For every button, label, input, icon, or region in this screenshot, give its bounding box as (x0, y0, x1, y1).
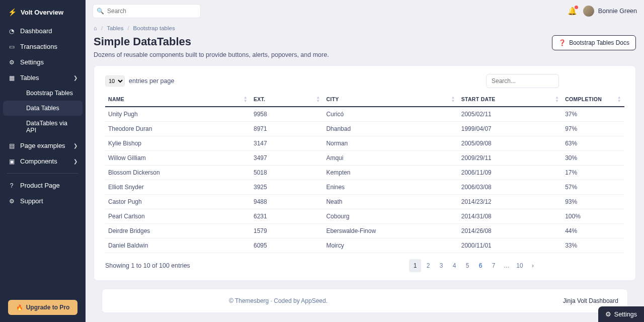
cell-city: Curicó (323, 107, 458, 122)
chevron-right-icon: ❯ (73, 158, 77, 164)
sort-icon: ▲▼ (451, 96, 455, 103)
search-icon: 🔍 (93, 8, 107, 15)
cell-start: 2006/03/08 (458, 180, 562, 195)
sidebar-subitem-bootstrap-tables[interactable]: Bootstrap Tables (3, 86, 83, 101)
search-input[interactable] (107, 5, 200, 18)
upgrade-button[interactable]: 🔥 Upgrade to Pro (8, 300, 77, 315)
footer-right[interactable]: Jinja Volt Dashboard (563, 297, 618, 304)
chevron-right-icon: ❯ (73, 143, 77, 148)
nav-label: Components (20, 157, 57, 165)
sidebar-item-page-examples[interactable]: ▤Page examples❯ (0, 138, 86, 153)
page-3[interactable]: 3 (435, 259, 447, 272)
entries-label: entries per page (129, 77, 174, 85)
page-5[interactable]: 5 (461, 259, 473, 272)
cell-city: Neath (323, 195, 458, 209)
cell-name: Elliott Snyder (105, 180, 251, 195)
cell-start: 2005/09/08 (458, 136, 562, 151)
table-row: Unity Pugh9958Curicó2005/02/1137% (105, 107, 624, 122)
cell-comp: 44% (562, 224, 624, 238)
cell-ext: 1579 (251, 224, 323, 238)
sidebar: ⚡ Volt Overview ◔Dashboard▭Transactions⚙… (0, 0, 86, 322)
cell-city: Enines (323, 180, 458, 195)
sidebar-item-settings[interactable]: ⚙Settings (0, 54, 86, 70)
col-name[interactable]: NAME▲▼ (105, 92, 251, 107)
cell-name: Deirdre Bridges (105, 224, 251, 238)
cell-name: Castor Pugh (105, 195, 251, 209)
cell-start: 2005/02/11 (458, 107, 562, 122)
cell-name: Blossom Dickerson (105, 166, 251, 180)
nav-label: Tables (20, 74, 39, 82)
breadcrumb-home[interactable]: ⌂ (94, 25, 97, 31)
col-city[interactable]: CITY▲▼ (323, 92, 458, 107)
entries-per-page: 10 entries per page (105, 75, 174, 87)
cell-start: 1999/04/07 (458, 122, 562, 136)
sort-icon: ▲▼ (316, 96, 320, 103)
nav-icon: ⚙ (8, 198, 15, 205)
cell-city: Kempten (323, 166, 458, 180)
cell-ext: 3497 (251, 151, 323, 166)
home-icon: ⌂ (94, 25, 97, 31)
table-row: Willow Gilliam3497Amqui2009/29/1130% (105, 151, 624, 166)
sidebar-item-transactions[interactable]: ▭Transactions (0, 39, 86, 54)
cell-city: Norman (323, 136, 458, 151)
sort-icon: ▲▼ (555, 96, 559, 103)
cell-ext: 8971 (251, 122, 323, 136)
user-menu[interactable]: Bonnie Green (583, 6, 637, 17)
page-7[interactable]: 7 (488, 259, 500, 272)
page-6[interactable]: 6 (474, 259, 487, 272)
page-›[interactable]: › (527, 259, 539, 272)
cell-ext: 5018 (251, 166, 323, 180)
avatar (583, 6, 594, 17)
nav-label: Dashboard (20, 27, 52, 35)
notifications-button[interactable]: 🔔 (568, 7, 577, 16)
docs-button[interactable]: ❓ Bootstrap Tables Docs (552, 35, 636, 50)
nav-icon: ⚙ (8, 59, 15, 66)
cell-comp: 30% (562, 151, 624, 166)
sidebar-separator (7, 173, 78, 174)
sidebar-item-tables[interactable]: ▦Tables❯ (0, 70, 86, 86)
nav-icon: ▤ (8, 142, 15, 149)
sidebar-item-product-page[interactable]: ?Product Page (0, 178, 86, 193)
page-4[interactable]: 4 (448, 259, 460, 272)
cell-city: Eberswalde-Finow (323, 224, 458, 238)
nav-label: Settings (20, 58, 44, 66)
sidebar-subitem-datatables-via-api[interactable]: DataTables via API (3, 116, 83, 138)
data-table: NAME▲▼EXT.▲▼CITY▲▼START DATE▲▼COMPLETION… (105, 92, 624, 253)
fire-icon: 🔥 (16, 304, 23, 311)
breadcrumb-mid[interactable]: Tables (107, 25, 123, 31)
entries-select[interactable]: 10 (105, 75, 125, 87)
sidebar-item-components[interactable]: ▣Components❯ (0, 153, 86, 169)
sidebar-subitem-data-tables[interactable]: Data Tables (3, 101, 83, 116)
sort-icon: ▲▼ (617, 96, 621, 103)
cell-comp: 97% (562, 122, 624, 136)
page-subtitle: Dozens of reusable components built to p… (94, 51, 329, 58)
cell-name: Willow Gilliam (105, 151, 251, 166)
bolt-icon: ⚡ (8, 8, 17, 16)
brand[interactable]: ⚡ Volt Overview (0, 6, 86, 23)
table-search-input[interactable] (486, 74, 559, 88)
cell-comp: 33% (562, 238, 624, 253)
cell-name: Daniel Baldwin (105, 238, 251, 253)
cell-name: Pearl Carlson (105, 209, 251, 224)
cell-ext: 6095 (251, 238, 323, 253)
col-start-date[interactable]: START DATE▲▼ (458, 92, 562, 107)
page-1[interactable]: 1 (409, 259, 421, 272)
page-…[interactable]: … (501, 259, 513, 272)
page-10[interactable]: 10 (514, 259, 526, 272)
settings-fab-label: Settings (614, 311, 637, 318)
breadcrumb-last: Bootstrap tables (133, 25, 175, 31)
cell-start: 2009/29/11 (458, 151, 562, 166)
settings-fab[interactable]: ⚙ Settings (598, 306, 644, 322)
table-row: Elliott Snyder3925Enines2006/03/0857% (105, 180, 624, 195)
cell-city: Cobourg (323, 209, 458, 224)
table-row: Deirdre Bridges1579Eberswalde-Finow2014/… (105, 224, 624, 238)
page-2[interactable]: 2 (422, 259, 434, 272)
cell-start: 2006/11/09 (458, 166, 562, 180)
sidebar-item-dashboard[interactable]: ◔Dashboard (0, 23, 86, 39)
col-ext-[interactable]: EXT.▲▼ (251, 92, 323, 107)
global-search[interactable]: 🔍 (93, 4, 201, 18)
sidebar-item-support[interactable]: ⚙Support (0, 193, 86, 209)
table-info: Showing 1 to 10 of 100 entries (105, 262, 190, 269)
nav-label: Page examples (20, 142, 65, 149)
col-completion[interactable]: COMPLETION▲▼ (562, 92, 624, 107)
